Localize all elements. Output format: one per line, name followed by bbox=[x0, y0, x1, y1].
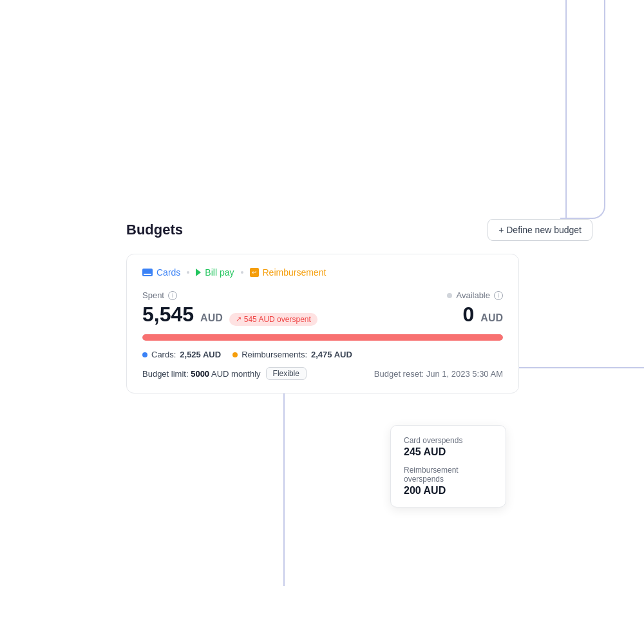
reimbursement-overspends-item: Reimbursement overspends 200 AUD bbox=[404, 466, 493, 497]
available-label: Available bbox=[456, 290, 490, 300]
tab-billpay-label: Bill pay bbox=[205, 267, 234, 278]
define-budget-button[interactable]: + Define new budget bbox=[488, 219, 592, 241]
spent-metric: Spent i 5,545 AUD ↗ 545 AUD overspent bbox=[142, 290, 317, 327]
tab-cards[interactable]: Cards bbox=[142, 267, 180, 278]
flexible-badge: Flexible bbox=[266, 367, 307, 380]
overspent-arrow-icon: ↗ bbox=[236, 315, 242, 323]
tab-cards-label: Cards bbox=[156, 267, 180, 278]
available-metric: Available i 0 AUD bbox=[447, 290, 503, 327]
overspend-tooltip-card: Card overspends 245 AUD Reimbursement ov… bbox=[390, 425, 506, 507]
budget-limit-prefix: Budget limit: bbox=[142, 369, 189, 379]
budget-limit-left: Budget limit: 5000 AUD monthly Flexible bbox=[142, 367, 307, 380]
progress-bar-fill bbox=[142, 334, 503, 341]
legend-cards-value: 2,525 AUD bbox=[180, 350, 221, 359]
available-info-icon[interactable]: i bbox=[494, 291, 503, 300]
spent-info-icon[interactable]: i bbox=[168, 291, 177, 300]
budget-limit-currency: AUD bbox=[211, 369, 229, 379]
tab-billpay[interactable]: Bill pay bbox=[196, 267, 234, 278]
legend-row: Cards: 2,525 AUD Reimbursements: 2,475 A… bbox=[142, 350, 503, 359]
tab-sep-2 bbox=[241, 271, 243, 274]
main-content: Budgets + Define new budget Cards Bill p… bbox=[126, 219, 592, 393]
reimbursement-overspends-label: Reimbursement overspends bbox=[404, 466, 493, 484]
progress-bar bbox=[142, 334, 503, 341]
legend-reimbursements: Reimbursements: 2,475 AUD bbox=[232, 350, 352, 359]
available-currency: AUD bbox=[480, 312, 503, 324]
budget-limit-text: Budget limit: 5000 AUD monthly bbox=[142, 369, 261, 379]
page-title: Budgets bbox=[126, 222, 183, 238]
legend-cards-label: Cards: bbox=[151, 350, 176, 359]
tab-sep-1 bbox=[187, 271, 189, 274]
available-dot bbox=[447, 293, 452, 298]
cards-icon bbox=[142, 269, 153, 276]
legend-cards: Cards: 2,525 AUD bbox=[142, 350, 221, 359]
available-value-row: 0 AUD bbox=[463, 303, 503, 327]
budget-tabs: Cards Bill pay Reimbursement bbox=[142, 267, 503, 278]
metrics-row: Spent i 5,545 AUD ↗ 545 AUD overspent bbox=[142, 290, 503, 327]
available-value: 0 bbox=[463, 303, 475, 327]
budget-reset-label: Budget reset: Jun 1, 2023 5:30 AM bbox=[374, 369, 503, 379]
budget-info-row: Budget limit: 5000 AUD monthly Flexible … bbox=[142, 367, 503, 380]
legend-dot-amber bbox=[232, 352, 238, 357]
card-overspends-item: Card overspends 245 AUD bbox=[404, 436, 493, 458]
overspent-text: 545 AUD overspent bbox=[244, 315, 311, 324]
page-header: Budgets + Define new budget bbox=[126, 219, 592, 241]
spent-value-row: 5,545 AUD ↗ 545 AUD overspent bbox=[142, 303, 317, 327]
tab-reimbursement[interactable]: Reimbursement bbox=[250, 267, 327, 278]
spent-value: 5,545 bbox=[142, 303, 194, 327]
reimbursement-icon bbox=[250, 268, 259, 277]
reimbursement-overspends-amount: 200 AUD bbox=[404, 485, 493, 497]
legend-dot-blue bbox=[142, 352, 147, 357]
spent-currency: AUD bbox=[200, 312, 223, 324]
budget-limit-value: 5000 bbox=[191, 369, 209, 379]
spent-label: Spent bbox=[142, 290, 164, 300]
billpay-icon bbox=[196, 269, 201, 276]
card-overspends-label: Card overspends bbox=[404, 436, 493, 445]
budget-limit-period: monthly bbox=[231, 369, 261, 379]
budget-card: Cards Bill pay Reimbursement Spent i bbox=[126, 254, 519, 393]
legend-reimbursements-label: Reimbursements: bbox=[242, 350, 307, 359]
spent-label-row: Spent i bbox=[142, 290, 317, 300]
overspent-badge: ↗ 545 AUD overspent bbox=[229, 313, 317, 326]
legend-reimbursements-value: 2,475 AUD bbox=[311, 350, 352, 359]
tab-reimbursement-label: Reimbursement bbox=[263, 267, 327, 278]
available-label-row: Available i bbox=[447, 290, 503, 300]
deco-curve bbox=[560, 0, 605, 219]
card-overspends-amount: 245 AUD bbox=[404, 446, 493, 458]
